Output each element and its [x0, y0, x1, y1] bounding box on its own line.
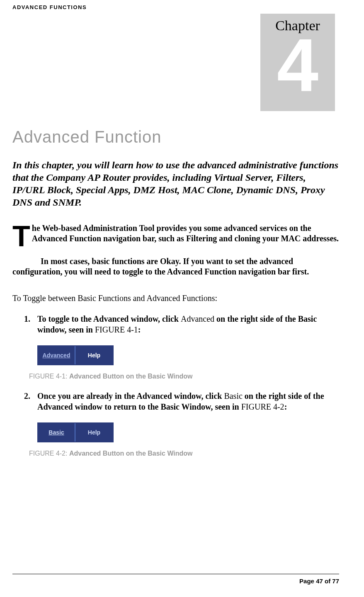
step-text: Basic: [224, 391, 242, 400]
drop-cap: T: [12, 223, 32, 248]
step-2: 2. Once you are already in the Advanced …: [37, 391, 339, 412]
advanced-button: Advanced: [38, 346, 75, 364]
paragraph-1: he Web-based Administration Tool provide…: [12, 223, 339, 244]
page-title: Advanced Function: [12, 128, 339, 146]
step-number: 2.: [24, 391, 30, 401]
basic-button: Basic: [38, 423, 75, 442]
section-heading: To Toggle between Basic Functions and Ad…: [12, 294, 339, 303]
step-1: 1. To toggle to the Advanced window, cli…: [37, 313, 339, 335]
paragraph-2: In most cases, basic functions are Okay.…: [12, 256, 339, 277]
step-text: :: [284, 402, 287, 411]
step-text: FIGURE 4-2: [241, 402, 284, 411]
help-button: Help: [75, 423, 113, 442]
body-text: T he Web-based Administration Tool provi…: [12, 223, 339, 277]
step-text: FIGURE 4-1: [95, 325, 138, 334]
figure-1-image: Advanced Help: [37, 345, 339, 365]
running-header: ADVANCED FUNCTIONS: [12, 4, 339, 10]
page-footer: Page 47 of 77: [12, 574, 339, 585]
figure-1-caption: FIGURE 4-1: Advanced Button on the Basic…: [29, 373, 339, 380]
step-text: Advanced: [181, 314, 214, 323]
chapter-number: 4: [260, 32, 335, 99]
figure-2-image: Basic Help: [37, 422, 339, 442]
help-button: Help: [75, 346, 113, 364]
figure-label: FIGURE 4-2:: [29, 450, 69, 457]
step-text: To toggle to the Advanced window, click: [37, 314, 181, 323]
figure-text: Advanced Button on the Basic Window: [69, 450, 193, 457]
figure-text: Advanced Button on the Basic Window: [69, 373, 193, 380]
figure-2-caption: FIGURE 4-2: Advanced Button on the Basic…: [29, 450, 339, 457]
chapter-intro: In this chapter, you will learn how to u…: [12, 159, 339, 209]
step-text: :: [138, 325, 141, 334]
step-text: Once you are already in the Advanced win…: [37, 391, 224, 400]
button-strip: Advanced Help: [37, 345, 114, 365]
button-strip: Basic Help: [37, 422, 114, 442]
chapter-box: Chapter 4: [260, 14, 335, 111]
figure-label: FIGURE 4-1:: [29, 373, 69, 380]
step-number: 1.: [24, 313, 30, 324]
